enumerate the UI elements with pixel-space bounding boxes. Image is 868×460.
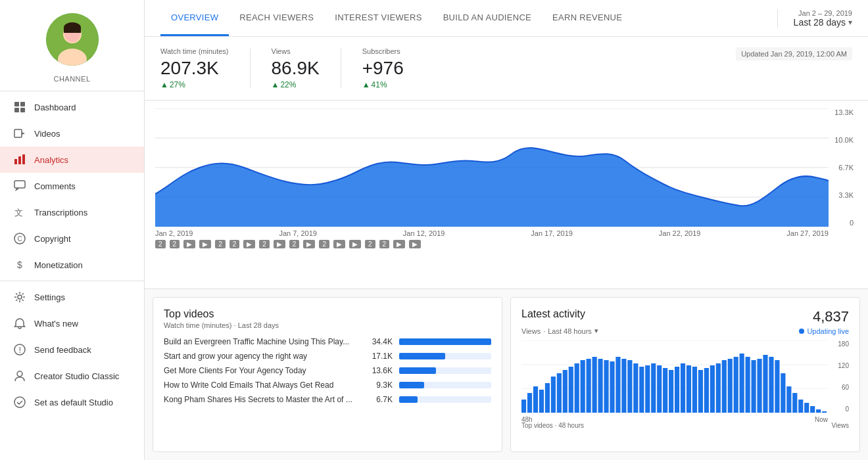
sidebar-item-monetization[interactable]: $ Monetization bbox=[0, 252, 144, 278]
svg-rect-53 bbox=[627, 360, 632, 413]
svg-point-25 bbox=[14, 397, 25, 407]
svg-rect-71 bbox=[734, 357, 738, 413]
sidebar-item-videos[interactable]: Videos bbox=[0, 120, 144, 147]
video-title-3: How to Write Cold Emails That Always Get… bbox=[164, 380, 360, 390]
play-marker[interactable]: ▶ bbox=[303, 240, 315, 248]
sidebar-label-feedback: Send feedback bbox=[34, 345, 91, 355]
sidebar-label-monetization: Monetization bbox=[34, 260, 83, 270]
svg-rect-79 bbox=[781, 373, 785, 413]
video-bar-2 bbox=[399, 367, 436, 374]
play-marker[interactable]: ▶ bbox=[393, 240, 405, 248]
bottom-section: Top videos Watch time (minutes) · Last 2… bbox=[145, 289, 868, 460]
play-marker[interactable]: ▶ bbox=[409, 240, 421, 248]
x-label-3: Jan 17, 2019 bbox=[531, 229, 573, 237]
video-marker[interactable]: 2 bbox=[365, 240, 375, 248]
svg-rect-70 bbox=[728, 359, 733, 413]
video-marker[interactable]: 2 bbox=[229, 240, 240, 248]
svg-text:!: ! bbox=[19, 345, 22, 355]
latest-activity-chart bbox=[521, 340, 828, 413]
video-marker[interactable]: 2 bbox=[215, 240, 226, 248]
video-value-2: 13.6K bbox=[366, 366, 393, 375]
watch-time-change: ▲ 27% bbox=[160, 80, 229, 89]
play-marker[interactable]: ▶ bbox=[243, 240, 255, 248]
video-marker[interactable]: 2 bbox=[170, 240, 180, 248]
svg-rect-49 bbox=[604, 360, 608, 413]
svg-marker-11 bbox=[22, 132, 25, 135]
play-marker[interactable]: ▶ bbox=[274, 240, 285, 248]
sidebar-divider-2 bbox=[0, 281, 144, 281]
y-label-4: 0 bbox=[832, 219, 854, 227]
video-bar-1 bbox=[399, 353, 445, 359]
video-title-2: Get More Clients For Your Agency Today bbox=[164, 366, 360, 375]
bottom-meta-right: Views bbox=[832, 422, 850, 429]
arrow-up-icon: ▲ bbox=[160, 80, 168, 89]
date-range-selector[interactable]: Jan 2 – 29, 2019 Last 28 days ▾ bbox=[777, 9, 852, 28]
play-marker[interactable]: ▶ bbox=[199, 240, 211, 248]
svg-rect-10 bbox=[14, 129, 22, 137]
views-value: 86.9K bbox=[272, 58, 320, 79]
video-marker[interactable]: 2 bbox=[379, 240, 390, 248]
sidebar-item-set-default[interactable]: Set as default Studio bbox=[0, 389, 144, 415]
tab-reach[interactable]: REACH VIEWERS bbox=[229, 1, 324, 36]
sidebar-item-copyright[interactable]: C Copyright bbox=[0, 225, 144, 252]
video-row-2: Get More Clients For Your Agency Today 1… bbox=[164, 366, 491, 375]
play-marker[interactable]: ▶ bbox=[183, 240, 195, 248]
sidebar-item-analytics[interactable]: Analytics bbox=[0, 147, 144, 173]
stat-watch-time: Watch time (minutes) 207.3K ▲ 27% bbox=[160, 47, 229, 89]
svg-rect-68 bbox=[716, 363, 721, 413]
dollar-icon: $ bbox=[11, 258, 29, 271]
latest-activity-meta: Views · Last 48 hours ▾ Updating live bbox=[521, 327, 849, 335]
svg-rect-61 bbox=[675, 367, 679, 413]
video-bar-wrap-0 bbox=[399, 338, 491, 345]
video-icon bbox=[11, 127, 29, 140]
play-marker[interactable]: ▶ bbox=[333, 240, 345, 248]
feedback-icon: ! bbox=[11, 343, 29, 356]
main-chart-svg bbox=[155, 108, 829, 227]
chevron-down-icon-period[interactable]: ▾ bbox=[594, 327, 598, 335]
chevron-down-icon: ▾ bbox=[848, 18, 852, 27]
tab-interest[interactable]: INTEREST VIEWERS bbox=[324, 1, 432, 36]
tab-build[interactable]: BUILD AN AUDIENCE bbox=[433, 1, 542, 36]
svg-rect-54 bbox=[633, 363, 638, 413]
sidebar-label-set-default: Set as default Studio bbox=[34, 398, 113, 407]
video-title-4: Kong Pham Shares His Secrets to Master t… bbox=[164, 395, 360, 404]
svg-rect-50 bbox=[610, 361, 614, 413]
sidebar-label-whats-new: What's new bbox=[34, 319, 78, 329]
person-icon bbox=[11, 369, 29, 382]
sidebar-item-feedback[interactable]: ! Send feedback bbox=[0, 336, 144, 363]
sidebar-item-transcriptions[interactable]: 文 Transcriptions bbox=[0, 199, 144, 225]
svg-rect-76 bbox=[763, 355, 767, 413]
subscribers-value: +976 bbox=[362, 58, 404, 79]
svg-rect-82 bbox=[798, 400, 803, 413]
latest-activity-header: Latest activity 4,837 bbox=[521, 308, 849, 325]
main-content: OVERVIEW REACH VIEWERS INTEREST VIEWERS … bbox=[145, 0, 868, 460]
video-marker[interactable]: 2 bbox=[155, 240, 166, 248]
video-bar-4 bbox=[399, 396, 418, 403]
video-marker[interactable]: 2 bbox=[259, 240, 270, 248]
sidebar-item-comments[interactable]: Comments bbox=[0, 173, 144, 199]
sidebar-label-videos: Videos bbox=[34, 129, 60, 139]
y-label-3: 3.3K bbox=[832, 191, 854, 199]
avatar-container bbox=[0, 0, 144, 72]
sidebar-label-settings: Settings bbox=[34, 292, 65, 302]
bar-y-label-120: 120 bbox=[831, 362, 849, 369]
sidebar-label-creator-studio: Creator Studio Classic bbox=[34, 371, 119, 381]
sidebar-item-settings[interactable]: Settings bbox=[0, 284, 144, 310]
svg-rect-80 bbox=[786, 386, 791, 413]
video-marker[interactable]: 2 bbox=[319, 240, 329, 248]
video-marker[interactable]: 2 bbox=[289, 240, 300, 248]
play-marker[interactable]: ▶ bbox=[349, 240, 361, 248]
tab-overview[interactable]: OVERVIEW bbox=[160, 1, 229, 36]
sidebar-item-dashboard[interactable]: Dashboard bbox=[0, 94, 144, 120]
watch-time-label: Watch time (minutes) bbox=[160, 47, 229, 55]
nav-tabs: OVERVIEW REACH VIEWERS INTEREST VIEWERS … bbox=[160, 1, 777, 36]
svg-rect-86 bbox=[822, 411, 827, 413]
bell-icon bbox=[11, 317, 29, 330]
sidebar-item-whats-new[interactable]: What's new bbox=[0, 310, 144, 336]
sidebar-item-creator-studio[interactable]: Creator Studio Classic bbox=[0, 363, 144, 389]
y-label-0: 13.3K bbox=[832, 108, 854, 116]
grid-icon bbox=[11, 101, 29, 114]
tab-earn[interactable]: EARN REVENUE bbox=[542, 1, 633, 36]
bar-y-label-180: 180 bbox=[831, 340, 849, 348]
avatar-image bbox=[46, 13, 99, 66]
